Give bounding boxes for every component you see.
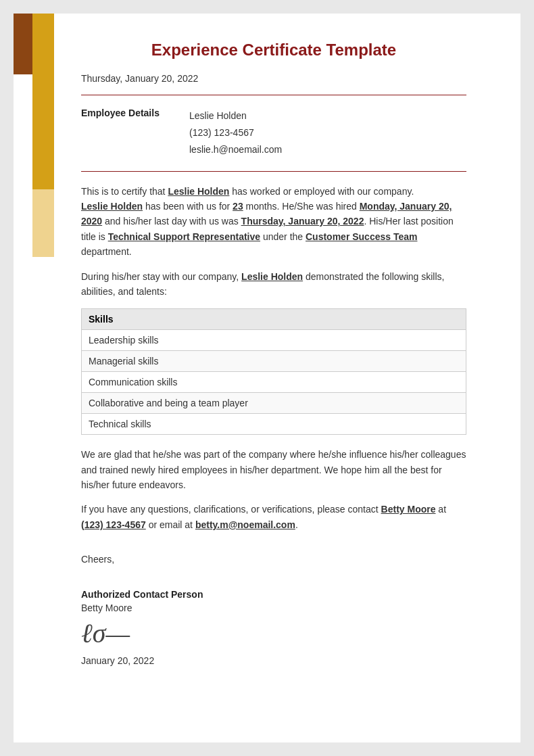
- page: Experience Certificate Template Thursday…: [14, 14, 520, 742]
- sign-date: January 20, 2022: [81, 655, 466, 666]
- employee-email: leslie.h@noemail.com: [189, 141, 282, 158]
- glad-paragraph: We are glad that he/she was part of the …: [81, 447, 466, 492]
- during-paragraph: During his/her stay with our company, Le…: [81, 269, 466, 300]
- page-title: Experience Certificate Template: [81, 41, 466, 60]
- certify-name-2: Leslie Holden: [81, 201, 143, 212]
- employee-label: Employee Details: [81, 108, 189, 159]
- certify-name-1: Leslie Holden: [168, 186, 229, 197]
- certify-months: 23: [233, 201, 243, 212]
- employee-info: Leslie Holden (123) 123-4567 leslie.h@no…: [189, 108, 282, 159]
- during-name: Leslie Holden: [241, 271, 303, 282]
- skill-item: Technical skills: [82, 414, 466, 435]
- certify-text-4: months. He/She was hired: [243, 201, 360, 212]
- side-bar-gold: [32, 14, 54, 189]
- signature: ℓσ—: [81, 620, 466, 647]
- side-bar-light: [32, 189, 54, 257]
- certify-text-2: has worked or employed with our company.: [229, 186, 414, 197]
- divider-mid: [81, 171, 466, 172]
- skill-item: Leadership skills: [82, 330, 466, 351]
- employee-phone: (123) 123-4567: [189, 124, 282, 141]
- employee-name: Leslie Holden: [189, 108, 282, 124]
- cheers-text: Cheers,: [81, 554, 466, 565]
- skill-item: Collaborative and being a team player: [82, 393, 466, 414]
- certify-text-7: under the: [260, 231, 306, 242]
- skills-header: Skills: [82, 309, 466, 330]
- contact-text-3: or email at: [146, 519, 195, 530]
- side-bar-dark: [14, 14, 32, 74]
- certify-text-1: This is to certify that: [81, 186, 168, 197]
- certify-text-8: department.: [81, 246, 132, 257]
- skill-item: Communication skills: [82, 372, 466, 393]
- contact-text-4: .: [295, 519, 298, 530]
- date-line: Thursday, January 20, 2022: [81, 73, 466, 84]
- certify-text-5: and his/her last day with us was: [102, 216, 241, 227]
- certify-text-3: has been with us for: [143, 201, 233, 212]
- certify-position: Technical Support Representative: [108, 231, 260, 242]
- certify-paragraph: This is to certify that Leslie Holden ha…: [81, 184, 466, 260]
- contact-paragraph: If you have any questions, clarification…: [81, 502, 466, 532]
- certify-last-date: Thursday, January 20, 2022: [241, 216, 364, 227]
- authorized-name: Betty Moore: [81, 603, 466, 613]
- skill-item: Managerial skills: [82, 351, 466, 372]
- contact-email: betty.m@noemail.com: [195, 519, 295, 530]
- employee-section: Employee Details Leslie Holden (123) 123…: [81, 108, 466, 159]
- during-text-1: During his/her stay with our company,: [81, 271, 241, 282]
- skills-table: Skills Leadership skillsManagerial skill…: [81, 308, 466, 435]
- contact-name: Betty Moore: [381, 504, 436, 515]
- certify-department: Customer Success Team: [306, 231, 417, 242]
- divider-top: [81, 95, 466, 95]
- contact-phone: (123) 123-4567: [81, 519, 146, 530]
- contact-text-1: If you have any questions, clarification…: [81, 504, 381, 515]
- contact-text-2: at: [435, 504, 446, 515]
- authorized-title: Authorized Contact Person: [81, 589, 466, 600]
